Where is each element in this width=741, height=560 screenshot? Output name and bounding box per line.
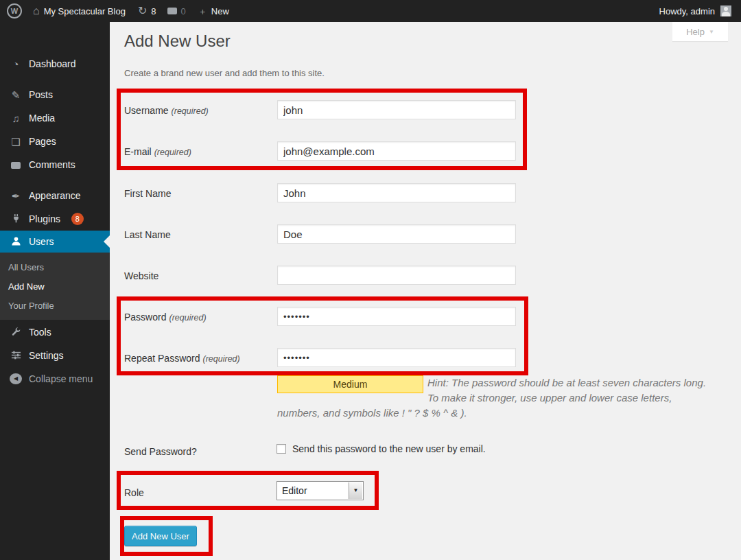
role-selected-value: Editor — [282, 485, 307, 496]
paintbrush-icon: ✒ — [10, 191, 22, 201]
sidebar-item-collapse-menu[interactable]: ◀ Collapse menu — [0, 367, 110, 390]
sidebar-item-label: Plugins — [29, 213, 60, 224]
sidebar-item-your-profile[interactable]: Your Profile — [0, 296, 110, 316]
comments-icon — [10, 160, 22, 170]
role-select[interactable]: Editor ▼ — [277, 481, 364, 500]
last-name-label: Last Name — [124, 229, 171, 240]
sidebar-item-add-new[interactable]: Add New — [0, 277, 110, 296]
sidebar-item-all-users[interactable]: All Users — [0, 258, 110, 277]
send-password-checkbox[interactable] — [277, 444, 286, 454]
updates-link[interactable]: ↻ 8 — [138, 5, 156, 16]
users-submenu: All Users Add New Your Profile — [0, 253, 110, 320]
required-note: (required) — [154, 148, 191, 157]
sidebar-item-label: Comments — [29, 159, 75, 170]
sidebar-item-label: Posts — [29, 89, 53, 100]
sidebar-item-pages[interactable]: ❏ Pages — [0, 130, 110, 153]
new-label: New — [211, 6, 229, 16]
sidebar-item-users[interactable]: Users — [0, 231, 110, 253]
updates-count: 8 — [151, 6, 156, 16]
required-note: (required) — [203, 354, 240, 364]
my-account-menu[interactable]: Howdy, admin — [659, 5, 731, 16]
sidebar-item-plugins[interactable]: Plugins 8 — [0, 207, 110, 231]
sidebar-item-comments[interactable]: Comments — [0, 153, 110, 176]
site-link[interactable]: ⌂ My Spectacular Blog — [33, 5, 126, 16]
send-password-control: Send this password to the new user by em… — [277, 443, 486, 454]
email-label: E-mail(required) — [124, 146, 191, 157]
sidebar-item-appearance[interactable]: ✒ Appearance — [0, 184, 110, 207]
username-input[interactable] — [277, 100, 516, 119]
sliders-icon — [10, 350, 22, 362]
role-label: Role — [124, 487, 144, 498]
howdy-text: Howdy, admin — [659, 6, 715, 16]
new-content-menu[interactable]: ＋ New — [198, 6, 229, 16]
admin-sidebar: ◔ Dashboard ✎ Posts ♫ Media ❏ Pages Comm… — [0, 22, 110, 560]
media-icon: ♫ — [10, 113, 22, 124]
admin-bar: W ⌂ My Spectacular Blog ↻ 8 0 ＋ New Howd… — [0, 0, 741, 22]
site-name: My Spectacular Blog — [44, 6, 126, 16]
avatar — [720, 5, 731, 16]
collapse-arrow-icon: ◀ — [10, 373, 22, 384]
sidebar-item-tools[interactable]: Tools — [0, 320, 110, 344]
plus-icon: ＋ — [198, 7, 207, 16]
comments-bubble-icon — [167, 8, 177, 14]
wordpress-admin-page: W ⌂ My Spectacular Blog ↻ 8 0 ＋ New Howd… — [0, 0, 741, 560]
pushpin-icon: ✎ — [10, 90, 22, 100]
last-name-input[interactable] — [277, 224, 516, 244]
page-title: Add New User — [124, 32, 231, 51]
wordpress-logo-icon: W — [7, 3, 22, 19]
required-note: (required) — [169, 313, 206, 323]
send-password-checkbox-label: Send this password to the new user by em… — [292, 443, 486, 454]
password-input[interactable] — [277, 307, 516, 326]
sidebar-item-label: Tools — [29, 327, 51, 338]
wordpress-menu[interactable]: W — [7, 3, 22, 19]
repeat-password-label: Repeat Password(required) — [124, 353, 240, 364]
sidebar-item-settings[interactable]: Settings — [0, 344, 110, 367]
email-input[interactable] — [277, 141, 516, 161]
person-icon — [10, 236, 22, 248]
password-strength-meter: Medium — [277, 375, 423, 393]
add-new-user-button[interactable]: Add New User — [124, 526, 197, 546]
username-label: Username(required) — [124, 105, 209, 116]
sidebar-item-label: Pages — [29, 136, 56, 147]
comments-count: 0 — [181, 6, 186, 16]
sidebar-item-label: Settings — [29, 350, 64, 361]
repeat-password-input[interactable] — [277, 348, 516, 367]
plugins-update-badge: 8 — [71, 213, 84, 225]
help-button[interactable]: Help ▼ — [672, 22, 728, 41]
sidebar-item-dashboard[interactable]: ◔ Dashboard — [0, 52, 110, 75]
page-subtitle: Create a brand new user and add them to … — [124, 68, 325, 78]
sidebar-item-label: Collapse menu — [29, 373, 93, 384]
home-icon: ⌂ — [33, 5, 40, 16]
comments-link[interactable]: 0 — [167, 6, 186, 16]
sidebar-item-media[interactable]: ♫ Media — [0, 106, 110, 130]
sidebar-item-posts[interactable]: ✎ Posts — [0, 83, 110, 106]
send-password-label: Send Password? — [124, 446, 197, 457]
password-label: Password(required) — [124, 312, 207, 323]
website-input[interactable] — [277, 266, 516, 285]
sidebar-item-label: Dashboard — [29, 58, 76, 69]
wrench-icon — [10, 327, 22, 338]
password-strength-row: Medium Hint: The password should be at l… — [277, 375, 711, 421]
select-dropdown-button[interactable]: ▼ — [349, 482, 362, 499]
dashboard-icon: ◔ — [10, 59, 22, 69]
chevron-down-icon: ▼ — [709, 29, 714, 35]
chevron-down-icon: ▼ — [353, 482, 359, 500]
first-name-label: First Name — [124, 188, 171, 199]
website-label: Website — [124, 270, 158, 281]
pages-icon: ❏ — [10, 137, 22, 147]
sidebar-item-label: Users — [29, 236, 54, 247]
sidebar-item-label: Media — [29, 113, 55, 124]
plug-icon — [10, 213, 22, 225]
required-note: (required) — [172, 106, 209, 116]
help-label: Help — [686, 27, 705, 37]
first-name-input[interactable] — [277, 183, 516, 202]
sidebar-item-label: Appearance — [29, 190, 81, 201]
updates-icon: ↻ — [138, 5, 147, 16]
